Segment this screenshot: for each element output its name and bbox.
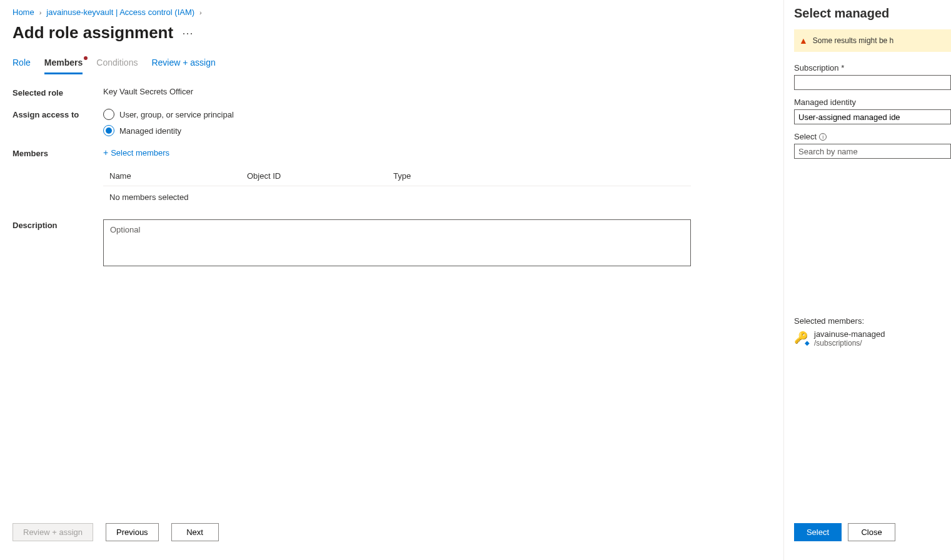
- info-icon[interactable]: i: [819, 133, 827, 141]
- subscription-label: Subscription *: [794, 63, 951, 72]
- previous-button[interactable]: Previous: [106, 523, 159, 541]
- breadcrumb: Home › javainuse-keyvault | Access contr…: [13, 8, 771, 17]
- radio-user-label: User, group, or service principal: [119, 110, 234, 119]
- description-input[interactable]: [103, 219, 691, 266]
- subscription-input[interactable]: [794, 75, 951, 90]
- selected-members-label: Selected members:: [794, 316, 951, 326]
- member-name: javainuse-managed: [814, 329, 885, 339]
- breadcrumb-home[interactable]: Home: [13, 8, 34, 17]
- select-button[interactable]: Select: [794, 523, 842, 541]
- select-label-text: Select: [794, 132, 817, 141]
- chevron-right-icon: ›: [39, 9, 42, 16]
- select-label: Select i: [794, 132, 951, 141]
- tab-members-label: Members: [44, 58, 83, 68]
- review-assign-button[interactable]: Review + assign: [13, 523, 93, 541]
- panel-footer: Select Close: [794, 523, 895, 541]
- tabs: Role Members Conditions Review + assign: [13, 58, 771, 74]
- managed-identity-icon: 🔑 ◆: [794, 331, 808, 344]
- form-area: Selected role Key Vault Secrets Officer …: [13, 87, 771, 517]
- members-label: Members: [13, 148, 103, 158]
- tab-members[interactable]: Members: [44, 58, 83, 74]
- chevron-right-icon: ›: [199, 9, 202, 16]
- tab-conditions[interactable]: Conditions: [96, 58, 138, 74]
- page-title: Add role assignment: [13, 23, 173, 42]
- panel-title: Select managed: [794, 6, 951, 21]
- required-dot-icon: [84, 56, 88, 60]
- radio-user-group[interactable]: User, group, or service principal: [103, 109, 771, 120]
- select-members-link[interactable]: + Select members: [103, 148, 169, 158]
- warning-text: Some results might be h: [813, 36, 893, 45]
- radio-icon: [103, 109, 114, 120]
- next-button[interactable]: Next: [171, 523, 219, 541]
- selected-role-value: Key Vault Secrets Officer: [103, 87, 771, 96]
- col-type: Type: [393, 171, 691, 181]
- diamond-badge-icon: ◆: [805, 339, 810, 346]
- tab-review[interactable]: Review + assign: [151, 58, 215, 74]
- title-row: Add role assignment ⋯: [13, 23, 771, 42]
- warning-banner: ▲ Some results might be h: [794, 29, 951, 52]
- selected-role-label: Selected role: [13, 87, 103, 98]
- assign-access-radio-group: User, group, or service principal Manage…: [103, 109, 771, 136]
- radio-icon: [103, 125, 114, 136]
- breadcrumb-item[interactable]: javainuse-keyvault | Access control (IAM…: [46, 8, 194, 17]
- tab-role[interactable]: Role: [13, 58, 31, 74]
- select-members-text: Select members: [111, 148, 169, 158]
- main-content: Home › javainuse-keyvault | Access contr…: [0, 0, 783, 560]
- member-path: /subscriptions/: [814, 339, 885, 348]
- radio-managed-identity[interactable]: Managed identity: [103, 125, 771, 136]
- description-label: Description: [13, 219, 103, 230]
- managed-identity-select[interactable]: [794, 109, 951, 124]
- no-members-text: No members selected: [103, 186, 691, 208]
- col-objectid: Object ID: [247, 171, 393, 181]
- more-icon[interactable]: ⋯: [182, 26, 194, 40]
- search-input[interactable]: [794, 144, 951, 159]
- members-table: Name Object ID Type No members selected: [103, 166, 691, 208]
- warning-icon: ▲: [799, 36, 808, 46]
- col-name: Name: [103, 171, 247, 181]
- side-panel: Select managed ▲ Some results might be h…: [783, 0, 951, 560]
- selected-members-area: Selected members: 🔑 ◆ javainuse-managed …: [794, 316, 951, 348]
- plus-icon: +: [103, 148, 108, 158]
- close-button[interactable]: Close: [848, 523, 895, 541]
- managed-identity-label: Managed identity: [794, 98, 951, 107]
- footer-actions: Review + assign Previous Next: [13, 517, 771, 560]
- radio-managed-label: Managed identity: [119, 126, 181, 136]
- assign-access-label: Assign access to: [13, 109, 103, 119]
- selected-member-item[interactable]: 🔑 ◆ javainuse-managed /subscriptions/: [794, 329, 951, 348]
